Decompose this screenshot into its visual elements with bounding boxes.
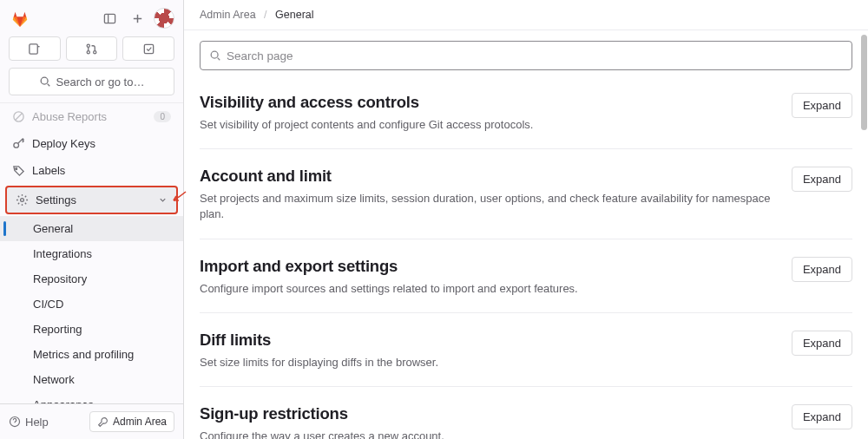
chevron-down-icon (158, 195, 168, 205)
sidebar-item-labels[interactable]: Labels (0, 157, 183, 184)
sidebar-topbar (0, 0, 183, 36)
svg-point-10 (41, 77, 48, 84)
section-title: Visibility and access controls (200, 93, 778, 112)
sidebar-quick-actions (0, 36, 183, 68)
main-panel: Admin Area / General Visibility and acce… (184, 0, 868, 439)
panel-toggle-icon[interactable] (98, 7, 121, 29)
section-title: Import and export settings (200, 257, 778, 276)
breadcrumb-root[interactable]: Admin Area (200, 9, 256, 21)
sidebar-sub-repository[interactable]: Repository (0, 266, 183, 292)
section-title: Account and limit (200, 167, 778, 186)
section-desc: Configure the way a user creates a new a… (200, 429, 778, 439)
sidebar-item-label: Settings (36, 193, 151, 206)
wrench-icon (97, 416, 108, 428)
search-label: Search or go to… (56, 75, 145, 88)
sidebar-item-label: Labels (32, 164, 171, 177)
breadcrumb-separator: / (264, 9, 266, 21)
expand-button[interactable]: Expand (792, 257, 852, 282)
section-account-limit: Account and limit Set projects and maxim… (200, 161, 852, 239)
search-icon (209, 49, 221, 62)
svg-point-8 (94, 50, 96, 53)
svg-point-15 (16, 168, 17, 170)
section-title: Diff limits (200, 331, 778, 350)
sidebar-item-settings[interactable]: Settings (5, 186, 178, 214)
breadcrumb: Admin Area / General (184, 0, 868, 30)
section-diff-limits: Diff limits Set size limits for displayi… (200, 325, 852, 387)
svg-line-11 (47, 84, 49, 87)
breadcrumb-current: General (275, 9, 313, 21)
section-desc: Set projects and maximum size limits, se… (200, 191, 778, 222)
plus-icon[interactable] (126, 7, 148, 29)
issues-button[interactable] (9, 36, 61, 61)
sidebar-item-label: Deploy Keys (32, 137, 171, 150)
sidebar-sub-metrics[interactable]: Metrics and profiling (0, 342, 183, 367)
sidebar-sub-cicd[interactable]: CI/CD (0, 292, 183, 317)
sidebar-footer: Help Admin Area (0, 403, 183, 439)
svg-point-18 (211, 51, 218, 58)
svg-line-13 (16, 114, 23, 121)
todos-button[interactable] (122, 36, 174, 61)
page-search-input[interactable] (227, 49, 843, 62)
svg-rect-0 (104, 14, 115, 23)
help-link[interactable]: Help (9, 416, 49, 429)
section-desc: Configure import sources and settings re… (200, 281, 778, 297)
section-desc: Set visibility of project contents and c… (200, 117, 778, 133)
sidebar-sub-appearance[interactable]: Appearance (0, 392, 183, 403)
section-title: Sign-up restrictions (200, 404, 778, 423)
scrollbar[interactable] (861, 35, 867, 130)
sidebar-sub-integrations[interactable]: Integrations (0, 241, 183, 266)
expand-button[interactable]: Expand (792, 93, 852, 118)
gitlab-logo[interactable] (9, 7, 31, 29)
sidebar-item-deploy-keys[interactable]: Deploy Keys (0, 130, 183, 157)
badge: 0 (154, 111, 171, 122)
content-area: Visibility and access controls Set visib… (184, 30, 868, 439)
svg-rect-4 (30, 43, 37, 53)
svg-rect-9 (144, 44, 153, 53)
admin-area-button[interactable]: Admin Area (89, 411, 174, 432)
svg-point-14 (14, 143, 19, 148)
sidebar-nav: Abuse Reports 0 Deploy Keys Labels Setti… (0, 102, 183, 403)
expand-button[interactable]: Expand (792, 167, 852, 192)
svg-point-6 (87, 44, 89, 47)
svg-line-19 (218, 58, 220, 61)
sidebar-sub-network[interactable]: Network (0, 367, 183, 392)
sidebar-sub-general[interactable]: General (0, 216, 183, 241)
search-button[interactable]: Search or go to… (9, 68, 174, 95)
sidebar-sub-reporting[interactable]: Reporting (0, 317, 183, 342)
user-avatar[interactable] (154, 8, 174, 29)
gear-icon (16, 193, 29, 206)
sidebar: Search or go to… Abuse Reports 0 Deploy … (0, 0, 184, 439)
section-desc: Set size limits for displaying diffs in … (200, 355, 778, 370)
section-import-export: Import and export settings Configure imp… (200, 252, 852, 313)
sidebar-item-label: Abuse Reports (32, 110, 147, 123)
section-visibility: Visibility and access controls Set visib… (200, 88, 852, 149)
svg-point-7 (87, 50, 89, 53)
svg-point-16 (21, 199, 24, 202)
help-icon (9, 416, 21, 428)
merge-requests-button[interactable] (66, 36, 118, 61)
section-signup: Sign-up restrictions Configure the way a… (200, 399, 852, 439)
page-search[interactable] (200, 41, 852, 70)
sidebar-item-abuse-reports[interactable]: Abuse Reports 0 (0, 103, 183, 130)
expand-button[interactable]: Expand (792, 404, 852, 429)
expand-button[interactable]: Expand (792, 331, 852, 356)
